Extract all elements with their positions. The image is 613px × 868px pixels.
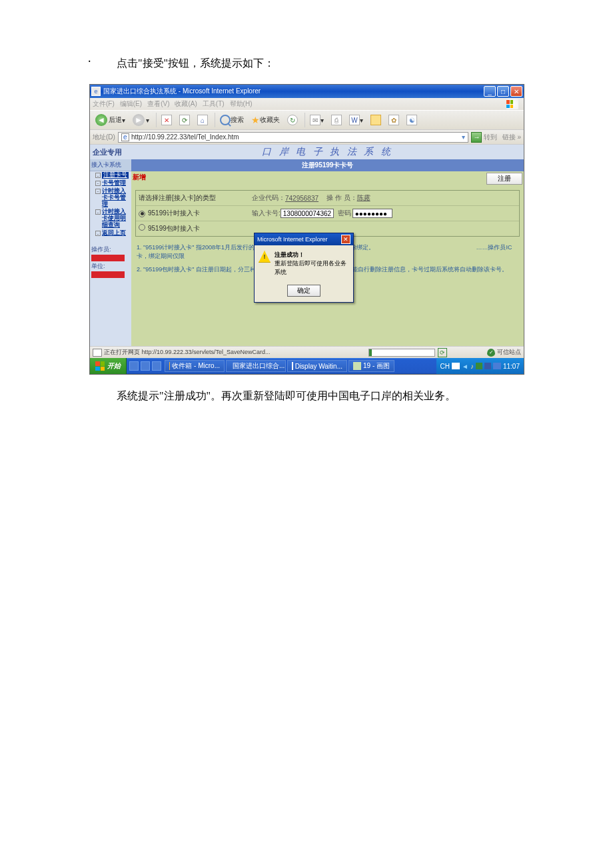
alert-close-button[interactable]: ✕	[341, 235, 350, 244]
stop-button[interactable]: ✕	[159, 113, 175, 127]
addressbar: 地址(D) ehttp://10.99.222.33/tel/Tel_Index…	[90, 130, 524, 145]
alert-message: 注册成功！ 重新登陆后即可使用各业务系统	[275, 251, 349, 277]
menu-tools[interactable]: 工具(T)	[203, 99, 225, 109]
operator-box: 操作员: 单位:	[90, 244, 131, 280]
edit-button[interactable]: W▾	[346, 113, 366, 127]
address-input[interactable]: ehttp://10.99.222.33/tel/Tel_Index.htm▾	[118, 132, 469, 143]
paint-icon	[353, 362, 361, 370]
folder-icon	[370, 115, 381, 125]
menu-help[interactable]: 帮助(H)	[230, 99, 253, 109]
maximize-button[interactable]: □	[497, 86, 509, 97]
tray-icon[interactable]	[476, 363, 482, 369]
radio-option-1[interactable]: 95199计时接入卡	[139, 209, 252, 218]
go-button[interactable]: →	[471, 132, 482, 143]
ql-item-2[interactable]	[141, 361, 150, 371]
taskbar-item-3[interactable]: Display Waitin...	[287, 360, 347, 372]
refresh-status-icon: ⟳	[438, 348, 447, 357]
main-area: 注册95199卡卡号 新增 注册 请选择注册[接入卡]的类型 企业代码： 742…	[131, 159, 524, 346]
print-icon: ⎙	[331, 115, 342, 125]
favorites-button[interactable]: ★收藏夹	[249, 113, 283, 127]
mail-button[interactable]: ✉▾	[307, 113, 326, 127]
mail-icon: ✉	[310, 115, 320, 125]
history-button[interactable]: ↻	[285, 113, 301, 127]
menu-edit[interactable]: 编辑(E)	[120, 99, 142, 109]
taskbar-item-4[interactable]: 19 - 画图	[348, 360, 394, 372]
sidebar-item-detail[interactable]: -计时接入卡使用明细查询	[90, 208, 131, 229]
forward-button[interactable]: ►▾	[130, 113, 152, 127]
clock: 11:07	[503, 363, 520, 370]
page-icon: e	[121, 133, 129, 141]
operator-redacted	[91, 255, 125, 261]
sidebar-item-back[interactable]: -返回上页	[90, 229, 131, 237]
tray-icon[interactable]	[452, 363, 460, 369]
windows-logo-icon	[506, 99, 518, 109]
sidebar-item-cardmgmt[interactable]: -卡号管理	[90, 179, 131, 187]
tool2-button[interactable]: ☯	[404, 113, 420, 127]
menu-fav[interactable]: 收藏(A)	[175, 99, 197, 109]
status-text: 正在打开网页 http://10.99.222.33/servlets/Tel_…	[104, 348, 271, 357]
menu-view[interactable]: 查看(V)	[147, 99, 169, 109]
home-button[interactable]: ⌂	[195, 113, 211, 127]
tray-icon[interactable]	[484, 363, 491, 369]
radio-option-2[interactable]: 95199包时接入卡	[139, 224, 252, 233]
home-icon: ⌂	[197, 115, 208, 125]
menu-file[interactable]: 文件(F)	[93, 99, 115, 109]
lang-indicator[interactable]: CH	[440, 363, 450, 370]
warning-icon: !	[259, 251, 271, 263]
register-button[interactable]: 注册	[486, 173, 522, 185]
close-button[interactable]: ✕	[510, 86, 522, 97]
cog-icon: ✿	[388, 115, 399, 125]
sidebar-item-timecard[interactable]: -计时接入卡卡号管理	[90, 187, 131, 209]
ie-icon: e	[91, 87, 101, 96]
corp-code-value: 742956837	[285, 195, 318, 202]
sidebar-item-register[interactable]: -注册卡号	[90, 171, 131, 179]
quick-launch[interactable]	[127, 361, 164, 371]
unit-label: 单位:	[91, 262, 130, 271]
card-number-input[interactable]	[281, 209, 334, 218]
forward-arrow-icon: ►	[133, 114, 145, 126]
sidebar: 接入卡系统 -注册卡号 -卡号管理 -计时接入卡卡号管理 -计时接入卡使用明细查…	[90, 159, 131, 346]
alert-ok-button[interactable]: 确定	[287, 285, 320, 297]
alert-title-text: Microsoft Internet Explorer	[257, 236, 328, 243]
tray-icon[interactable]	[493, 363, 501, 369]
minimize-button[interactable]: _	[484, 86, 496, 97]
form-panel: 请选择注册[接入卡]的类型 企业代码： 742956837 操 作 员： 陈露 …	[135, 190, 520, 237]
doc-text-after: 系统提示"注册成功"。再次重新登陆即可使用中国电子口岸的相关业务。	[0, 389, 613, 403]
password-input[interactable]	[352, 209, 392, 218]
card-number-label: 输入卡号:	[252, 209, 281, 218]
ql-item-3[interactable]	[152, 361, 161, 371]
system-tray[interactable]: CH ◄ ♪ 11:07	[436, 358, 524, 374]
menubar[interactable]: 文件(F) 编辑(E) 查看(V) 收藏(A) 工具(T) 帮助(H)	[90, 98, 524, 110]
statusbar: 正在打开网页 http://10.99.222.33/servlets/Tel_…	[90, 346, 524, 358]
ql-item-1[interactable]	[129, 361, 139, 371]
operator-field-label: 操 作 员：	[326, 193, 357, 203]
enterprise-label: 企业专用	[90, 147, 131, 157]
windows-flag-icon	[95, 361, 105, 371]
app-banner: 口 岸 电 子 执 法 系 统	[131, 146, 524, 158]
search-icon	[220, 115, 231, 125]
radio-icon	[139, 211, 145, 217]
link-icon: ☯	[406, 115, 417, 125]
links-label[interactable]: 链接	[502, 133, 516, 142]
taskbar: 开始 收件箱 - Micro... 国家进出口综合... Display Wai…	[90, 358, 524, 374]
back-button[interactable]: ◄后退 ▾	[93, 113, 128, 127]
tool1-button[interactable]: ✿	[386, 113, 402, 127]
ie-window: e 国家进出口综合执法系统 - Microsoft Internet Explo…	[89, 84, 524, 375]
taskbar-item-2[interactable]: 国家进出口综合...	[226, 360, 286, 372]
go-label: 转到	[484, 133, 497, 142]
refresh-icon: ⟳	[179, 115, 190, 125]
taskbar-item-1[interactable]: 收件箱 - Micro...	[165, 360, 225, 372]
alert-titlebar: Microsoft Internet Explorer ✕	[255, 233, 353, 245]
tray-icon[interactable]: ♪	[470, 363, 474, 370]
tray-icon[interactable]: ◄	[462, 363, 468, 370]
folder-button[interactable]	[368, 113, 384, 127]
add-button[interactable]: 新增	[133, 173, 146, 185]
toolbar: ◄后退 ▾ ►▾ ✕ ⟳ ⌂ 搜索 ★收藏夹 ↻ ✉▾ ⎙ W▾ ✿ ☯	[90, 110, 524, 130]
history-icon: ↻	[287, 115, 298, 125]
print-button[interactable]: ⎙	[328, 113, 344, 127]
search-button[interactable]: 搜索	[217, 113, 247, 127]
app-header: 企业专用 口 岸 电 子 执 法 系 统	[90, 145, 524, 159]
alert-dialog: Microsoft Internet Explorer ✕ ! 注册成功！ 重新…	[254, 233, 354, 303]
start-button[interactable]: 开始	[90, 358, 127, 374]
refresh-button[interactable]: ⟳	[177, 113, 193, 127]
